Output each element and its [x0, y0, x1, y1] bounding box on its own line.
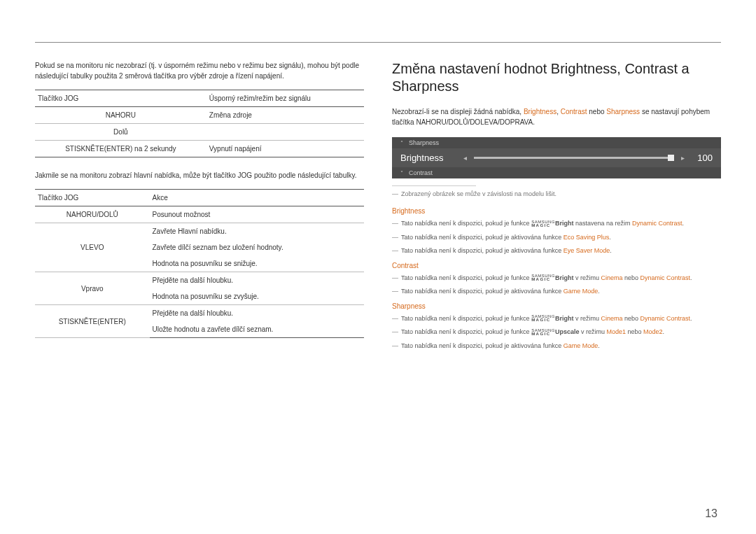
osd-bottom-row: ˅ Contrast: [392, 167, 721, 178]
t1-h2: Úsporný režim/režim bez signálu: [206, 90, 364, 107]
table-row: STISKNĚTE(ENTER) Přejděte na další hloub…: [35, 305, 364, 322]
cinema: Cinema: [601, 315, 622, 322]
t2-r3c2b: Hodnota na posuvníku se zvyšuje.: [150, 288, 364, 305]
t2-h1: Tlačítko JOG: [35, 190, 150, 206]
t2-r4c2b: Uložte hodnotu a zavřete dílčí seznam.: [150, 321, 364, 338]
mode2: Mode2: [643, 328, 663, 335]
t1-r3c2: Vypnutí napájení: [206, 141, 364, 157]
table-row: STISKNĚTE(ENTER) na 2 sekundy Vypnutí na…: [35, 141, 364, 157]
sharpness-note-1: ―Tato nabídka není k dispozici, pokud je…: [392, 314, 721, 324]
mode1: Mode1: [607, 328, 626, 335]
left-mid-text: Jakmile se na monitoru zobrazí hlavní na…: [35, 170, 364, 181]
chevron-up-icon: ˄: [400, 140, 403, 146]
t2-r2c2c: Hodnota na posuvníku se snižuje.: [150, 255, 364, 272]
table-jog-power: Tlačítko JOG Úsporný režim/režim bez sig…: [35, 90, 364, 157]
t1-r1c1: NAHORU: [35, 107, 206, 124]
page-number: 13: [705, 507, 718, 520]
txt: Tato nabídka není k dispozici, pokud je …: [401, 288, 564, 295]
table-row: Vpravo Přejděte na další hloubku.: [35, 272, 364, 289]
table-jog-actions: Tlačítko JOG Akce NAHORU/DOLŮ Posunout m…: [35, 189, 364, 338]
sharpness-note-2: ―Tato nabídka není k dispozici, pokud je…: [392, 328, 721, 337]
lead-e: nebo: [587, 108, 607, 115]
t2-r3c2a: Přejděte na další hloubku.: [150, 272, 364, 289]
txt: nebo: [623, 315, 640, 322]
osd-track: [474, 157, 674, 159]
t2-r4c2a: Přejděte na další hloubku.: [150, 305, 364, 322]
lead-a: Nezobrazí-li se na displeji žádná nabídk…: [392, 108, 524, 115]
txt: Tato nabídka není k dispozici, pokud je …: [401, 315, 531, 322]
t2-r1c1: NAHORU/DOLŮ: [35, 206, 150, 223]
table-row: NAHORU Změna zdroje: [35, 107, 364, 124]
lead-f: Sharpness: [606, 108, 640, 115]
txt: nebo: [626, 328, 643, 335]
txt: v režimu: [580, 328, 607, 335]
t2-h2: Akce: [150, 190, 364, 206]
table-row: NAHORU/DOLŮ Posunout možnost: [35, 206, 364, 223]
brightness-note-2: ―Tato nabídka není k dispozici, pokud je…: [392, 233, 721, 243]
t2-r4c1: STISKNĚTE(ENTER): [35, 305, 150, 338]
contrast-note-2: ―Tato nabídka není k dispozici, pokud je…: [392, 287, 721, 297]
osd-widget: ˄ Sharpness Brightness ◂ ▸ 100 ˅ Contras…: [392, 137, 721, 178]
txt: nebo: [623, 274, 640, 281]
osd-slider: ◂ ▸ 100: [463, 153, 713, 163]
sharpness-note-3: ―Tato nabídka není k dispozici, pokud je…: [392, 342, 721, 351]
table-row: VLEVO Zavřete Hlavní nabídku.: [35, 223, 364, 240]
txt: Tato nabídka není k dispozici, pokud je …: [401, 274, 531, 281]
t2-r2c1: VLEVO: [35, 223, 150, 272]
chevron-down-icon: ˅: [400, 170, 403, 176]
brightness-title: Brightness: [392, 206, 721, 216]
t1-r3c1: STISKNĚTE(ENTER) na 2 sekundy: [35, 141, 206, 157]
right-heading: Změna nastavení hodnot Brightness, Contr…: [392, 60, 721, 95]
contrast-title: Contrast: [392, 260, 721, 271]
contrast-note-1: ―Tato nabídka není k dispozici, pokud je…: [392, 274, 721, 283]
txt: Tato nabídka není k dispozici, pokud je …: [401, 220, 531, 227]
t1-r1c2: Změna zdroje: [206, 107, 364, 124]
brightness-note-3: ―Tato nabídka není k dispozici, pokud je…: [392, 246, 721, 256]
cinema: Cinema: [601, 274, 622, 281]
game-mode: Game Mode: [564, 342, 598, 349]
txt: v režimu: [573, 274, 601, 281]
bright-suffix: Bright: [555, 315, 574, 322]
txt: Tato nabídka není k dispozici, pokud je …: [401, 247, 564, 254]
eco-saving-plus: Eco Saving Plus: [564, 234, 610, 241]
samsung-magic-icon: SAMSUNGMAGIC: [531, 220, 555, 227]
t2-r1c2: Posunout možnost: [150, 206, 364, 223]
osd-value: 100: [692, 153, 713, 163]
osd-brightness-label: Brightness: [400, 153, 456, 163]
t2-r2c2b: Zavřete dílčí seznam bez uložení hodnoty…: [150, 239, 364, 255]
t1-h1: Tlačítko JOG: [35, 90, 206, 107]
t2-r2c2a: Zavřete Hlavní nabídku.: [150, 223, 364, 240]
triangle-left-icon: ◂: [463, 154, 467, 162]
left-intro: Pokud se na monitoru nic nezobrazí (tj. …: [35, 60, 364, 81]
brightness-note-1: ―Tato nabídka není k dispozici, pokud je…: [392, 219, 721, 229]
game-mode: Game Mode: [564, 288, 598, 295]
osd-sharpness-label: Sharpness: [409, 139, 439, 146]
two-column-layout: Pokud se na monitoru nic nezobrazí (tj. …: [35, 60, 721, 355]
sharpness-title: Sharpness: [392, 301, 721, 311]
right-column: Změna nastavení hodnot Brightness, Contr…: [392, 60, 721, 355]
bright-suffix: Bright: [555, 220, 574, 227]
t2-r3c1: Vpravo: [35, 272, 150, 305]
top-rule: [35, 42, 721, 43]
dynamic-contrast: Dynamic Contrast: [640, 274, 691, 281]
txt: nastavena na režim: [573, 220, 632, 227]
osd-contrast-label: Contrast: [409, 169, 433, 176]
table-row: Dolů: [35, 124, 364, 141]
txt: Tato nabídka není k dispozici, pokud je …: [401, 234, 564, 241]
lead-d: Contrast: [561, 108, 587, 115]
samsung-magic-icon: SAMSUNGMAGIC: [531, 315, 555, 322]
dynamic-contrast: Dynamic Contrast: [632, 220, 682, 227]
t1-r2c1: Dolů: [35, 124, 206, 141]
triangle-right-icon: ▸: [681, 154, 685, 162]
left-column: Pokud se na monitoru nic nezobrazí (tj. …: [35, 60, 364, 355]
samsung-magic-icon: SAMSUNGMAGIC: [531, 274, 555, 281]
osd-thumb: [668, 155, 674, 161]
notes-block: Brightness ―Tato nabídka není k dispozic…: [392, 206, 721, 351]
dynamic-contrast: Dynamic Contrast: [640, 315, 691, 322]
txt: Tato nabídka není k dispozici, pokud je …: [401, 342, 564, 349]
samsung-magic-icon: SAMSUNGMAGIC: [531, 329, 555, 336]
bright-suffix: Bright: [555, 274, 574, 281]
model-may-differ-note: ―Zobrazený obrázek se může v závislosti …: [392, 190, 721, 197]
txt: Tato nabídka není k dispozici, pokud je …: [401, 328, 531, 335]
upscale-suffix: Upscale: [555, 328, 580, 335]
